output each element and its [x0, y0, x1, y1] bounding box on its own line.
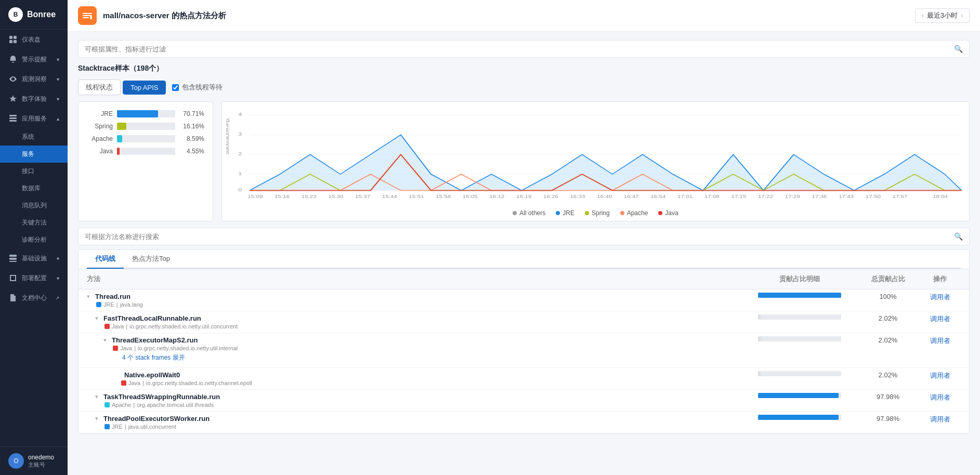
bar-jre-fill — [117, 110, 158, 117]
svg-text:17:43: 17:43 — [839, 194, 854, 199]
thread-pool-total-pct: 97.98% — [857, 415, 919, 423]
tab-thread-status[interactable]: 线程状态 — [78, 80, 121, 95]
fast-thread-total-pct: 2.02% — [857, 314, 919, 322]
legend-jre-dot — [556, 211, 560, 215]
time-label: 最近3小时 — [927, 11, 958, 20]
sidebar-item-dashboard[interactable]: 仪表盘 — [0, 30, 68, 49]
bar-spring-fill — [117, 123, 126, 130]
thread-run-action: 调用者 — [919, 293, 961, 302]
task-thread-sub: Apache | org.apache.tomcat.util.threads — [95, 402, 742, 408]
top-filter-input[interactable] — [85, 45, 954, 53]
tab-top-apis[interactable]: Top APIS — [123, 81, 166, 95]
sidebar-item-deploy[interactable]: 部署配置 ▾ — [0, 268, 68, 288]
code-tabs-wrapper: 代码线 热点方法Top — [79, 250, 969, 269]
fast-thread-collapse[interactable]: ▾ — [95, 315, 98, 322]
include-waiting-label: 包含线程等待 — [182, 83, 223, 92]
thread-executor-sep: | — [134, 345, 136, 351]
tab-top-methods[interactable]: 热点方法Top — [124, 250, 178, 269]
sidebar-item-system[interactable]: 系统 — [0, 128, 68, 146]
methods-table-header: 方法 贡献占比明细 总贡献占比 操作 — [79, 269, 969, 289]
sidebar-item-system-label: 系统 — [22, 133, 34, 140]
legend-spring: Spring — [585, 209, 610, 217]
page-title: mall/nacos-server 的热点方法分析 — [103, 11, 915, 21]
bar-spring-track — [117, 123, 175, 130]
method-filter-input[interactable] — [85, 233, 954, 241]
svg-rect-9 — [9, 261, 17, 262]
thread-pool-bar-track — [758, 415, 841, 420]
thread-executor-action-link[interactable]: 调用者 — [930, 337, 950, 345]
svg-text:17:29: 17:29 — [785, 194, 800, 199]
thread-run-action-link[interactable]: 调用者 — [930, 293, 950, 301]
include-waiting-input[interactable] — [172, 84, 179, 91]
sidebar-item-app-service[interactable]: 应用服务 ▴ — [0, 109, 68, 128]
docs-external-icon: ↗ — [55, 295, 59, 301]
time-prev-icon[interactable]: ‹ — [922, 12, 924, 19]
page-icon — [78, 6, 97, 25]
thread-pool-sep: | — [125, 424, 126, 430]
sidebar-item-key-methods[interactable]: 关键方法 — [0, 214, 68, 231]
sidebar-item-diag[interactable]: 诊断分析 — [0, 231, 68, 248]
bar-spring-pct: 16.16% — [179, 123, 204, 130]
sidebar-item-digital[interactable]: 数字体验 ▾ — [0, 89, 68, 109]
sidebar-item-observe[interactable]: 观测洞察 ▾ — [0, 69, 68, 89]
native-epoll-action-link[interactable]: 调用者 — [930, 372, 950, 379]
sidebar-item-mq[interactable]: 消息队列 — [0, 197, 68, 214]
svg-rect-0 — [9, 36, 12, 39]
table-row-thread-run: ▾ Thread.run JRE | java.lang — [79, 289, 969, 311]
sidebar-item-mq-label: 消息队列 — [22, 202, 47, 209]
thread-run-separator: | — [116, 301, 118, 308]
sidebar-item-database[interactable]: 数据库 — [0, 180, 68, 197]
legend-apache-label: Apache — [627, 209, 648, 217]
thread-run-collapse[interactable]: ▾ — [87, 293, 90, 300]
thread-executor-sub: Java | io.grpc.netty.shaded.io.netty.uti… — [103, 345, 742, 351]
bar-java-label: Java — [87, 148, 113, 155]
thread-pool-collapse[interactable]: ▾ — [95, 415, 98, 422]
thread-pool-package: java.util.concurrent — [128, 424, 176, 430]
sidebar-item-alerts[interactable]: 警示提醒 ▾ — [0, 49, 68, 69]
thread-executor-tag — [113, 346, 118, 351]
task-thread-collapse[interactable]: ▾ — [95, 393, 98, 400]
svg-text:18:04: 18:04 — [933, 194, 948, 199]
thread-pool-tag — [104, 424, 110, 429]
thread-pool-action-link[interactable]: 调用者 — [930, 415, 950, 423]
thread-pool-bar-fill — [758, 415, 839, 420]
sidebar-item-interface[interactable]: 接口 — [0, 163, 68, 180]
top-filter-bar[interactable]: 🔍 — [78, 40, 970, 58]
bar-jre-label: JRE — [87, 110, 113, 117]
chart-legend: All others JRE Spring Apache — [226, 209, 965, 217]
svg-text:15:16: 15:16 — [275, 194, 290, 199]
bar-java: Java 4.55% — [87, 148, 204, 155]
fast-thread-action-link[interactable]: 调用者 — [930, 315, 950, 323]
svg-rect-8 — [9, 258, 17, 260]
thread-run-package: java.lang — [120, 301, 143, 308]
task-thread-sep: | — [133, 402, 135, 408]
include-waiting-checkbox[interactable]: 包含线程等待 — [172, 83, 223, 92]
task-thread-action-link[interactable]: 调用者 — [930, 393, 950, 401]
fast-thread-action: 调用者 — [919, 314, 961, 324]
svg-text:17:50: 17:50 — [866, 194, 881, 199]
sidebar-item-alerts-label: 警示提醒 — [22, 55, 55, 64]
svg-text:0: 0 — [238, 187, 242, 192]
task-thread-bar-fill — [758, 393, 839, 398]
bar-apache: Apache 8.59% — [87, 135, 204, 142]
fast-thread-tag-label: Java — [112, 323, 124, 329]
fast-thread-bar-track — [758, 314, 841, 320]
time-next-icon[interactable]: › — [961, 12, 963, 19]
time-selector[interactable]: ‹ 最近3小时 › — [915, 8, 970, 23]
thread-executor-collapse[interactable]: ▾ — [103, 337, 107, 344]
thread-pool-info: ▾ ThreadPoolExecutorSWorker.run JRE | ja… — [95, 415, 742, 430]
sidebar-item-infra[interactable]: 基础设施 ▾ — [0, 248, 68, 268]
sidebar-item-service[interactable]: 服务 — [0, 146, 68, 163]
bar-jre: JRE 70.71% — [87, 110, 204, 117]
native-epoll-contrib — [742, 371, 857, 376]
sidebar-item-docs[interactable]: 文档中心 ↗ — [0, 288, 68, 308]
bar-apache-pct: 8.59% — [179, 135, 204, 142]
svg-text:3: 3 — [238, 131, 242, 137]
legend-java: Java — [658, 209, 678, 217]
stack-frames-note[interactable]: 4 个 stack frames 展开 — [103, 353, 961, 362]
tab-code-line[interactable]: 代码线 — [87, 250, 124, 269]
thread-executor-tag-label: Java — [120, 345, 132, 351]
svg-text:16:40: 16:40 — [597, 194, 612, 199]
thread-run-main: ▾ Thread.run — [87, 293, 742, 300]
method-filter-bar[interactable]: 🔍 — [78, 228, 970, 245]
